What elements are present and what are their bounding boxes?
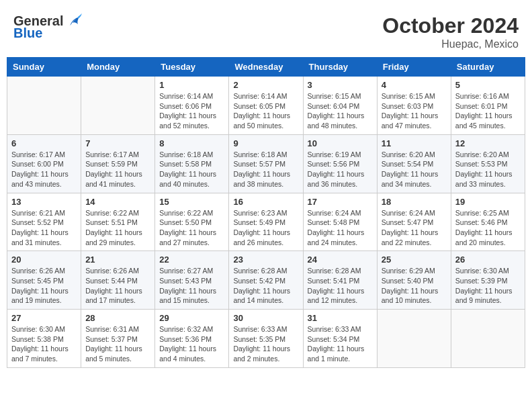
day-number: 12	[455, 138, 521, 148]
calendar-day-27: 27Sunrise: 6:30 AM Sunset: 5:38 PM Dayli…	[7, 310, 81, 368]
day-info: Sunrise: 6:33 AM Sunset: 5:34 PM Dayligh…	[308, 324, 373, 364]
day-info: Sunrise: 6:18 AM Sunset: 5:58 PM Dayligh…	[159, 150, 224, 189]
calendar-table: SundayMondayTuesdayWednesdayThursdayFrid…	[7, 57, 525, 368]
calendar-day-26: 26Sunrise: 6:30 AM Sunset: 5:39 PM Dayli…	[451, 251, 525, 310]
day-info: Sunrise: 6:20 AM Sunset: 5:53 PM Dayligh…	[455, 150, 521, 189]
calendar-day-13: 13Sunrise: 6:21 AM Sunset: 5:52 PM Dayli…	[7, 193, 81, 251]
calendar-day-11: 11Sunrise: 6:20 AM Sunset: 5:54 PM Dayli…	[377, 134, 451, 193]
day-number: 27	[11, 313, 77, 323]
day-number: 29	[159, 313, 224, 323]
day-number: 8	[159, 138, 224, 148]
calendar-week-row: 20Sunrise: 6:26 AM Sunset: 5:45 PM Dayli…	[7, 251, 525, 310]
day-number: 25	[382, 255, 447, 265]
calendar-week-row: 13Sunrise: 6:21 AM Sunset: 5:52 PM Dayli…	[7, 193, 525, 251]
day-info: Sunrise: 6:31 AM Sunset: 5:37 PM Dayligh…	[85, 324, 150, 364]
day-info: Sunrise: 6:14 AM Sunset: 6:05 PM Dayligh…	[233, 91, 298, 131]
day-info: Sunrise: 6:17 AM Sunset: 5:59 PM Dayligh…	[85, 150, 150, 189]
day-info: Sunrise: 6:17 AM Sunset: 6:00 PM Dayligh…	[11, 150, 77, 189]
day-info: Sunrise: 6:28 AM Sunset: 5:42 PM Dayligh…	[233, 266, 298, 306]
day-number: 17	[308, 197, 373, 207]
calendar-day-21: 21Sunrise: 6:26 AM Sunset: 5:44 PM Dayli…	[81, 251, 155, 310]
calendar-day-2: 2Sunrise: 6:14 AM Sunset: 6:05 PM Daylig…	[229, 77, 303, 135]
day-number: 4	[382, 80, 447, 90]
calendar-day-18: 18Sunrise: 6:24 AM Sunset: 5:47 PM Dayli…	[377, 193, 451, 251]
day-number: 15	[159, 197, 224, 207]
calendar-day-30: 30Sunrise: 6:33 AM Sunset: 5:35 PM Dayli…	[229, 310, 303, 368]
day-number: 7	[85, 138, 150, 148]
column-header-tuesday: Tuesday	[155, 58, 229, 77]
calendar-empty-cell	[377, 310, 451, 368]
day-info: Sunrise: 6:30 AM Sunset: 5:38 PM Dayligh…	[11, 324, 77, 364]
day-number: 19	[455, 197, 521, 207]
calendar-day-19: 19Sunrise: 6:25 AM Sunset: 5:46 PM Dayli…	[451, 193, 525, 251]
calendar-day-23: 23Sunrise: 6:28 AM Sunset: 5:42 PM Dayli…	[229, 251, 303, 310]
calendar-day-10: 10Sunrise: 6:19 AM Sunset: 5:56 PM Dayli…	[303, 134, 377, 193]
day-number: 1	[159, 80, 224, 90]
calendar-empty-cell	[81, 77, 155, 135]
calendar-day-25: 25Sunrise: 6:29 AM Sunset: 5:40 PM Dayli…	[377, 251, 451, 310]
calendar-day-4: 4Sunrise: 6:15 AM Sunset: 6:03 PM Daylig…	[377, 77, 451, 135]
day-info: Sunrise: 6:21 AM Sunset: 5:52 PM Dayligh…	[11, 208, 77, 248]
calendar-day-20: 20Sunrise: 6:26 AM Sunset: 5:45 PM Dayli…	[7, 251, 81, 310]
calendar-day-28: 28Sunrise: 6:31 AM Sunset: 5:37 PM Dayli…	[81, 310, 155, 368]
day-info: Sunrise: 6:24 AM Sunset: 5:47 PM Dayligh…	[382, 208, 447, 248]
calendar-day-7: 7Sunrise: 6:17 AM Sunset: 5:59 PM Daylig…	[81, 134, 155, 193]
day-number: 13	[11, 197, 77, 207]
day-number: 22	[159, 255, 224, 265]
day-info: Sunrise: 6:30 AM Sunset: 5:39 PM Dayligh…	[455, 266, 521, 306]
calendar-day-3: 3Sunrise: 6:15 AM Sunset: 6:04 PM Daylig…	[303, 77, 377, 135]
month-title: October 2024	[382, 13, 519, 38]
day-number: 21	[85, 255, 150, 265]
day-number: 6	[11, 138, 77, 148]
calendar-day-17: 17Sunrise: 6:24 AM Sunset: 5:48 PM Dayli…	[303, 193, 377, 251]
day-number: 10	[308, 138, 373, 148]
day-number: 26	[455, 255, 521, 265]
day-info: Sunrise: 6:24 AM Sunset: 5:48 PM Dayligh…	[308, 208, 373, 248]
day-number: 9	[233, 138, 298, 148]
column-header-sunday: Sunday	[7, 58, 81, 77]
calendar-day-31: 31Sunrise: 6:33 AM Sunset: 5:34 PM Dayli…	[303, 310, 377, 368]
day-info: Sunrise: 6:15 AM Sunset: 6:03 PM Dayligh…	[382, 91, 447, 131]
day-info: Sunrise: 6:23 AM Sunset: 5:49 PM Dayligh…	[233, 208, 298, 248]
day-number: 24	[308, 255, 373, 265]
day-info: Sunrise: 6:26 AM Sunset: 5:45 PM Dayligh…	[11, 266, 77, 306]
calendar-week-row: 1Sunrise: 6:14 AM Sunset: 6:06 PM Daylig…	[7, 77, 525, 135]
column-header-thursday: Thursday	[303, 58, 377, 77]
calendar-day-8: 8Sunrise: 6:18 AM Sunset: 5:58 PM Daylig…	[155, 134, 229, 193]
calendar-empty-cell	[7, 77, 81, 135]
day-number: 20	[11, 255, 77, 265]
calendar-day-1: 1Sunrise: 6:14 AM Sunset: 6:06 PM Daylig…	[155, 77, 229, 135]
calendar-day-9: 9Sunrise: 6:18 AM Sunset: 5:57 PM Daylig…	[229, 134, 303, 193]
day-info: Sunrise: 6:27 AM Sunset: 5:43 PM Dayligh…	[159, 266, 224, 306]
calendar-day-24: 24Sunrise: 6:28 AM Sunset: 5:41 PM Dayli…	[303, 251, 377, 310]
day-number: 23	[233, 255, 298, 265]
calendar-day-12: 12Sunrise: 6:20 AM Sunset: 5:53 PM Dayli…	[451, 134, 525, 193]
calendar-day-15: 15Sunrise: 6:22 AM Sunset: 5:50 PM Dayli…	[155, 193, 229, 251]
day-number: 11	[382, 138, 447, 148]
calendar-day-5: 5Sunrise: 6:16 AM Sunset: 6:01 PM Daylig…	[451, 77, 525, 135]
day-number: 18	[382, 197, 447, 207]
day-number: 5	[455, 80, 521, 90]
calendar-week-row: 6Sunrise: 6:17 AM Sunset: 6:00 PM Daylig…	[7, 134, 525, 193]
day-info: Sunrise: 6:29 AM Sunset: 5:40 PM Dayligh…	[382, 266, 447, 306]
page-header: General Blue October 2024 Huepac, Mexico	[7, 7, 525, 54]
calendar-day-6: 6Sunrise: 6:17 AM Sunset: 6:00 PM Daylig…	[7, 134, 81, 193]
calendar-day-16: 16Sunrise: 6:23 AM Sunset: 5:49 PM Dayli…	[229, 193, 303, 251]
calendar-day-22: 22Sunrise: 6:27 AM Sunset: 5:43 PM Dayli…	[155, 251, 229, 310]
day-number: 2	[233, 80, 298, 90]
day-info: Sunrise: 6:16 AM Sunset: 6:01 PM Dayligh…	[455, 91, 521, 131]
day-info: Sunrise: 6:19 AM Sunset: 5:56 PM Dayligh…	[308, 150, 373, 189]
logo: General Blue	[13, 13, 82, 41]
day-info: Sunrise: 6:22 AM Sunset: 5:50 PM Dayligh…	[159, 208, 224, 248]
day-info: Sunrise: 6:22 AM Sunset: 5:51 PM Dayligh…	[85, 208, 150, 248]
column-header-wednesday: Wednesday	[229, 58, 303, 77]
column-header-friday: Friday	[377, 58, 451, 77]
day-info: Sunrise: 6:32 AM Sunset: 5:36 PM Dayligh…	[159, 324, 224, 364]
day-info: Sunrise: 6:33 AM Sunset: 5:35 PM Dayligh…	[233, 324, 298, 364]
day-info: Sunrise: 6:14 AM Sunset: 6:06 PM Dayligh…	[159, 91, 224, 131]
day-info: Sunrise: 6:25 AM Sunset: 5:46 PM Dayligh…	[455, 208, 521, 248]
calendar-header-row: SundayMondayTuesdayWednesdayThursdayFrid…	[7, 58, 525, 77]
calendar-day-29: 29Sunrise: 6:32 AM Sunset: 5:36 PM Dayli…	[155, 310, 229, 368]
calendar-day-14: 14Sunrise: 6:22 AM Sunset: 5:51 PM Dayli…	[81, 193, 155, 251]
day-number: 30	[233, 313, 298, 323]
